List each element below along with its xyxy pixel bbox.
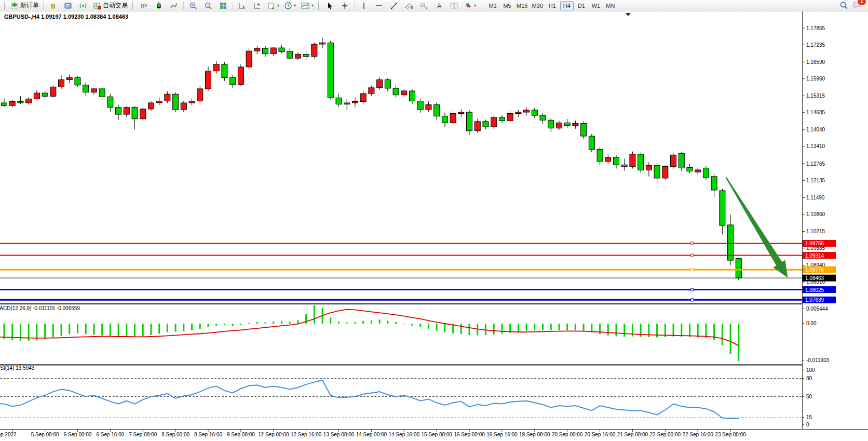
- new-chart-dropdown[interactable]: ▾: [265, 0, 281, 11]
- time-label: 8 Sep 00:00: [161, 432, 189, 437]
- publisher-button[interactable]: [46, 0, 60, 11]
- line-chart-mode-button[interactable]: [167, 0, 181, 11]
- candle: [638, 154, 644, 170]
- candle: [687, 167, 693, 171]
- candle: [328, 43, 333, 98]
- auto-trading-button[interactable]: 自动交易: [91, 0, 130, 11]
- new-order-button[interactable]: 新订单: [8, 0, 41, 11]
- trendline-tool-button[interactable]: [387, 0, 401, 11]
- auto-scroll-button[interactable]: [235, 0, 250, 11]
- candle: [295, 54, 301, 58]
- notifications-button[interactable]: 1: [852, 1, 862, 11]
- candle: [116, 108, 121, 114]
- candle: [42, 93, 48, 96]
- candle: [34, 93, 39, 99]
- candle: [222, 64, 227, 78]
- candle: [426, 105, 431, 110]
- down-arrow-annotation[interactable]: [726, 177, 782, 265]
- time-label: 20 Sep 16:00: [585, 432, 616, 437]
- timeframe-button-M5[interactable]: M5: [500, 1, 514, 10]
- macd-histogram-bar: [583, 324, 585, 331]
- candle-chart-mode-button[interactable]: [152, 0, 166, 11]
- line-handle[interactable]: [691, 269, 694, 271]
- arrows-tool-dropdown[interactable]: ▾: [462, 0, 478, 11]
- candle: [434, 105, 440, 116]
- rsi-axis-label: 80: [806, 376, 812, 381]
- signals-button[interactable]: [76, 0, 90, 11]
- line-handle[interactable]: [691, 299, 694, 301]
- channel-tool-button[interactable]: E: [402, 0, 416, 11]
- macd-histogram-bar: [167, 324, 168, 332]
- candle: [516, 112, 521, 114]
- line-handle[interactable]: [691, 242, 694, 245]
- macd-histogram-bar: [681, 324, 682, 337]
- timeframe-toolbar: M1M5M15M30H1H4D1W1MN: [486, 1, 617, 10]
- terminal-button[interactable]: [61, 0, 75, 11]
- macd-histogram-bar: [501, 324, 503, 333]
- horizontal-line-tool-button[interactable]: [372, 0, 386, 11]
- new-order-icon: [10, 2, 19, 10]
- fibonacci-tool-button[interactable]: F: [417, 0, 431, 11]
- bar-chart-icon: [140, 2, 148, 10]
- price-tick-label: 1.10215: [806, 229, 825, 234]
- macd-histogram-bar: [44, 324, 46, 339]
- macd-histogram-bar: [101, 324, 103, 336]
- candle: [467, 112, 472, 131]
- zoom-in-button[interactable]: [186, 0, 200, 11]
- chart-shift-button[interactable]: [250, 0, 265, 11]
- price-tick-label: 1.12765: [806, 161, 825, 167]
- macd-histogram-bar: [224, 324, 225, 325]
- timeframe-button-H4[interactable]: H4: [560, 1, 574, 10]
- text-label-tool-button[interactable]: T: [447, 0, 462, 11]
- macd-histogram-bar: [61, 324, 62, 336]
- template-dropdown[interactable]: ▾: [299, 0, 316, 11]
- macd-histogram-bar: [371, 320, 372, 324]
- timeframe-button-M1[interactable]: M1: [486, 1, 499, 10]
- text-tool-button[interactable]: A: [432, 0, 446, 11]
- zoom-out-button[interactable]: [201, 0, 215, 11]
- chart-title: GBPUSD-,H4 1.09197 1.09230 1.08384 1.084…: [4, 14, 128, 20]
- time-label: 9 Sep 08:00: [227, 432, 255, 437]
- timeframe-button-W1[interactable]: W1: [589, 1, 603, 10]
- timeframe-button-H1[interactable]: H1: [546, 1, 559, 10]
- line-handle[interactable]: [691, 254, 694, 257]
- timeframe-button-M30[interactable]: M30: [530, 1, 544, 10]
- line-handle[interactable]: [691, 288, 694, 291]
- candle: [254, 48, 260, 51]
- period-dropdown[interactable]: ▾: [282, 0, 298, 11]
- rsi-axis-label: 15: [806, 415, 812, 420]
- candle: [279, 48, 284, 51]
- search-icon[interactable]: [839, 1, 848, 10]
- candle: [75, 77, 80, 85]
- time-label: 6 Sep 16:00: [96, 432, 124, 437]
- chart-area[interactable]: 1.178651.172351.165901.159601.153151.146…: [0, 11, 868, 441]
- timeframe-button-M15[interactable]: M15: [515, 1, 529, 10]
- candle: [736, 259, 741, 278]
- rsi-axis-label: 0: [806, 422, 809, 427]
- macd-histogram-bar: [623, 324, 625, 337]
- bar-chart-mode-button[interactable]: [137, 0, 151, 11]
- chevron-down-icon: ▾: [474, 3, 476, 8]
- chart-shift-marker[interactable]: [626, 13, 631, 16]
- candle: [499, 117, 505, 121]
- macd-histogram-bar: [697, 324, 699, 338]
- cursor-tool-button[interactable]: [322, 0, 337, 11]
- timeframe-button-MN[interactable]: MN: [604, 1, 617, 10]
- vertical-line-tool-button[interactable]: [357, 0, 371, 11]
- macd-histogram-bar: [330, 317, 331, 324]
- notification-count-badge: 1: [857, 0, 866, 6]
- candle: [507, 114, 513, 121]
- rsi-line: [0, 380, 739, 419]
- candle: [9, 102, 15, 106]
- macd-histogram-bar: [730, 324, 731, 354]
- candle: [401, 91, 407, 95]
- timeframe-button-D1[interactable]: D1: [575, 1, 588, 10]
- price-tick-label: 1.10860: [806, 211, 825, 217]
- crosshair-tool-button[interactable]: [337, 0, 352, 11]
- tile-windows-button[interactable]: [216, 0, 230, 11]
- chart-shift-icon: [253, 2, 262, 10]
- toolbar-right-group: 1: [839, 1, 866, 11]
- candle: [532, 110, 537, 115]
- candle: [197, 89, 203, 101]
- crosshair-icon: [341, 2, 349, 10]
